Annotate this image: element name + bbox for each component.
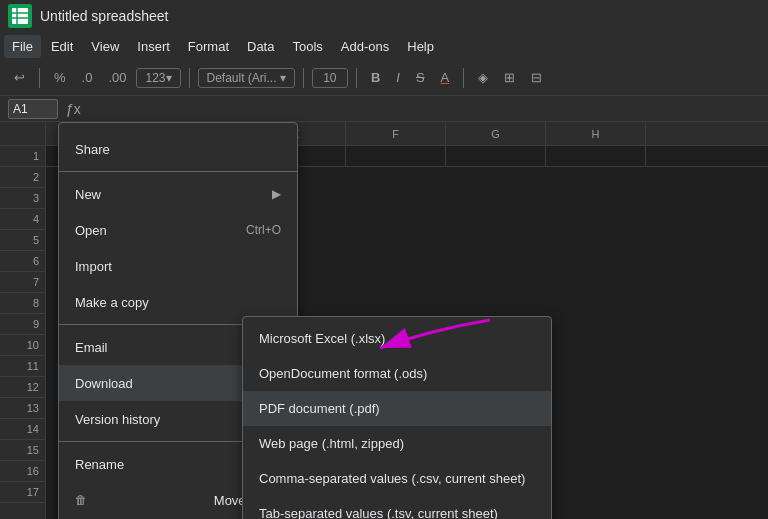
new-arrow-icon: ▶: [272, 187, 281, 201]
formula-bar: ƒx: [0, 96, 768, 122]
toolbar-sep-5: [463, 68, 464, 88]
row-num-17: 17: [0, 482, 45, 503]
row-header-corner: [0, 122, 45, 146]
percent-format-button[interactable]: %: [48, 66, 72, 89]
menu-bar: File Edit View Insert Format Data Tools …: [0, 32, 768, 60]
open-shortcut: Ctrl+O: [246, 223, 281, 237]
menu-data[interactable]: Data: [239, 35, 282, 58]
menu-share[interactable]: Share: [59, 131, 297, 167]
menu-help[interactable]: Help: [399, 35, 442, 58]
row-num-1: 1: [0, 146, 45, 167]
menu-insert[interactable]: Insert: [129, 35, 178, 58]
download-xlsx[interactable]: Microsoft Excel (.xlsx): [243, 321, 551, 356]
strikethrough-button[interactable]: S: [410, 66, 431, 89]
bold-button[interactable]: B: [365, 66, 386, 89]
row-num-15: 15: [0, 440, 45, 461]
menu-open[interactable]: Open Ctrl+O: [59, 212, 297, 248]
col-header-h: H: [546, 122, 646, 145]
spreadsheet-title: Untitled spreadsheet: [40, 8, 168, 24]
download-html[interactable]: Web page (.html, zipped): [243, 426, 551, 461]
svg-rect-1: [12, 8, 28, 24]
menu-new[interactable]: New ▶: [59, 176, 297, 212]
toolbar-sep-3: [303, 68, 304, 88]
download-pdf[interactable]: PDF document (.pdf): [243, 391, 551, 426]
app-icon: [8, 4, 32, 28]
col-header-f: F: [346, 122, 446, 145]
cell-reference-input[interactable]: [8, 99, 58, 119]
undo-button[interactable]: ↩: [8, 66, 31, 89]
fill-color-button[interactable]: ◈: [472, 66, 494, 89]
menu-view[interactable]: View: [83, 35, 127, 58]
row-num-11: 11: [0, 356, 45, 377]
col-header-g: G: [446, 122, 546, 145]
decimal-0-button[interactable]: .0: [76, 66, 99, 89]
formula-icon: ƒx: [66, 101, 81, 117]
toolbar-sep-2: [189, 68, 190, 88]
menu-import[interactable]: Import: [59, 248, 297, 284]
toolbar-sep-4: [356, 68, 357, 88]
row-num-4: 4: [0, 209, 45, 230]
menu-edit[interactable]: Edit: [43, 35, 81, 58]
formula-input[interactable]: [89, 102, 760, 116]
row-num-12: 12: [0, 377, 45, 398]
menu-file[interactable]: File: [4, 35, 41, 58]
row-num-9: 9: [0, 314, 45, 335]
row-num-8: 8: [0, 293, 45, 314]
decimal-00-button[interactable]: .00: [102, 66, 132, 89]
file-menu-section-new: New ▶ Open Ctrl+O Import Make a copy: [59, 172, 297, 325]
toolbar: ↩ % .0 .00 123▾ Default (Ari... ▾ 10 B I…: [0, 60, 768, 96]
download-ods[interactable]: OpenDocument format (.ods): [243, 356, 551, 391]
file-menu-section-share: Share: [59, 127, 297, 172]
title-bar: Untitled spreadsheet: [0, 0, 768, 32]
menu-tools[interactable]: Tools: [284, 35, 330, 58]
row-num-6: 6: [0, 251, 45, 272]
download-submenu: Microsoft Excel (.xlsx) OpenDocument for…: [242, 316, 552, 519]
row-num-7: 7: [0, 272, 45, 293]
font-color-button[interactable]: A: [435, 66, 456, 89]
row-num-13: 13: [0, 398, 45, 419]
font-family-dropdown[interactable]: Default (Ari... ▾: [198, 68, 295, 88]
row-num-10: 10: [0, 335, 45, 356]
row-num-14: 14: [0, 419, 45, 440]
italic-button[interactable]: I: [390, 66, 406, 89]
menu-addons[interactable]: Add-ons: [333, 35, 397, 58]
download-tsv[interactable]: Tab-separated values (.tsv, current shee…: [243, 496, 551, 519]
row-num-2: 2: [0, 167, 45, 188]
download-csv[interactable]: Comma-separated values (.csv, current sh…: [243, 461, 551, 496]
row-num-3: 3: [0, 188, 45, 209]
row-num-5: 5: [0, 230, 45, 251]
menu-format[interactable]: Format: [180, 35, 237, 58]
row-num-16: 16: [0, 461, 45, 482]
spreadsheet-area: 1 2 3 4 5 6 7 8 9 10 11 12 13 14 15 16 1…: [0, 122, 768, 519]
bin-icon: 🗑: [75, 493, 95, 507]
merge-button[interactable]: ⊟: [525, 66, 548, 89]
toolbar-sep-1: [39, 68, 40, 88]
borders-button[interactable]: ⊞: [498, 66, 521, 89]
number-format-dropdown[interactable]: 123▾: [136, 68, 180, 88]
font-size-input[interactable]: 10: [312, 68, 348, 88]
row-numbers: 1 2 3 4 5 6 7 8 9 10 11 12 13 14 15 16 1…: [0, 122, 46, 519]
menu-make-copy[interactable]: Make a copy: [59, 284, 297, 320]
